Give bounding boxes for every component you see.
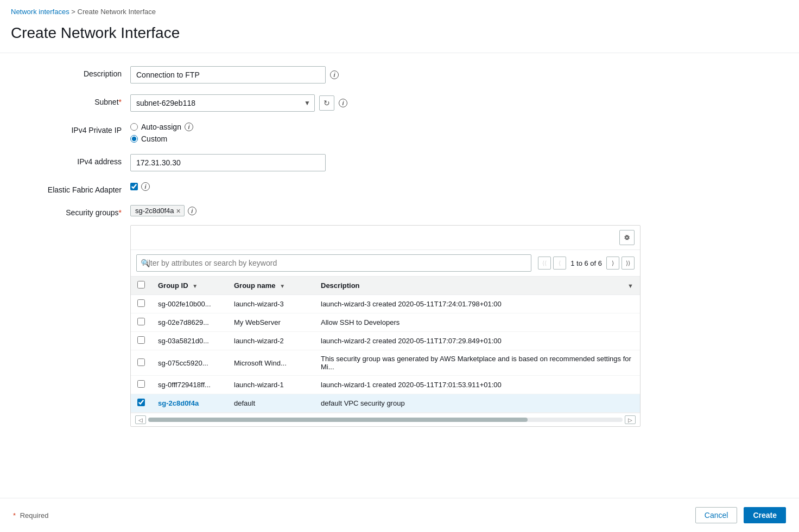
subnet-control-area: subnet-629eb118 ▼ ↻ i bbox=[130, 94, 467, 112]
ipv4-private-ip-row: IPv4 Private IP Auto-assign i Custom bbox=[22, 123, 467, 143]
select-all-header bbox=[131, 277, 151, 295]
ipv4-address-input[interactable] bbox=[130, 154, 326, 171]
efa-control-area: i bbox=[130, 182, 467, 191]
select-all-checkbox[interactable] bbox=[137, 281, 145, 289]
sg-scrollbar-row: ◁ ▷ bbox=[131, 413, 640, 426]
group-name-cell: My WebServer bbox=[227, 313, 314, 332]
auto-assign-radio-item[interactable]: Auto-assign i bbox=[130, 123, 193, 131]
description-row: Description i bbox=[22, 66, 467, 84]
breadcrumb-link[interactable]: Network interfaces bbox=[11, 8, 69, 16]
breadcrumb-current: Create Network Interface bbox=[78, 8, 156, 16]
custom-radio-item[interactable]: Custom bbox=[130, 134, 193, 143]
row-checkbox[interactable] bbox=[137, 380, 145, 388]
page-title: Create Network Interface bbox=[0, 19, 799, 53]
sg-search-row: 🔍 ⟨⟨ ⟨ 1 to 6 of 6 ⟩ ⟩⟩ bbox=[131, 250, 640, 277]
description-control-area: i bbox=[130, 66, 467, 84]
subnet-info-icon[interactable]: i bbox=[339, 99, 347, 107]
efa-checkbox-area: i bbox=[130, 182, 150, 191]
row-checkbox[interactable] bbox=[137, 318, 145, 325]
breadcrumb: Network interfaces > Create Network Inte… bbox=[0, 0, 799, 19]
table-row: sg-2c8d0f4adefaultdefault VPC security g… bbox=[131, 394, 640, 413]
row-checkbox-cell bbox=[131, 332, 151, 350]
description-input[interactable] bbox=[130, 66, 326, 84]
table-row: sg-002fe10b00...launch-wizard-3launch-wi… bbox=[131, 295, 640, 313]
group-name-column-header[interactable]: Group name ▼ bbox=[227, 277, 314, 295]
security-groups-info-icon[interactable]: i bbox=[188, 207, 196, 215]
sg-table: Group ID ▼ Group name ▼ Description ▼ bbox=[131, 277, 640, 413]
first-page-button[interactable]: ⟨⟨ bbox=[538, 257, 551, 270]
table-row: sg-075cc5920...Microsoft Wind...This sec… bbox=[131, 350, 640, 376]
row-checkbox-cell bbox=[131, 295, 151, 313]
row-checkbox[interactable] bbox=[137, 399, 145, 406]
breadcrumb-separator: > bbox=[71, 8, 77, 16]
ipv4-radio-group: Auto-assign i Custom bbox=[130, 123, 193, 143]
group-name-cell: launch-wizard-1 bbox=[227, 376, 314, 394]
group-name-cell: Microsoft Wind... bbox=[227, 350, 314, 376]
scrollbar-thumb bbox=[148, 418, 528, 422]
ipv4-private-ip-label: IPv4 Private IP bbox=[22, 123, 130, 134]
table-row: sg-03a5821d0...launch-wizard-2launch-wiz… bbox=[131, 332, 640, 350]
sg-panel-header bbox=[131, 226, 640, 250]
table-row: sg-0fff729418ff...launch-wizard-1launch-… bbox=[131, 376, 640, 394]
scroll-left-button[interactable]: ◁ bbox=[135, 415, 146, 424]
description-label: Description bbox=[22, 66, 130, 78]
description-column-header: Description ▼ bbox=[314, 277, 640, 295]
group-id-cell: sg-2c8d0f4a bbox=[151, 394, 227, 413]
last-page-button[interactable]: ⟩⟩ bbox=[622, 257, 635, 270]
efa-checkbox[interactable] bbox=[130, 183, 138, 190]
pagination-controls: ⟨⟨ ⟨ 1 to 6 of 6 ⟩ ⟩⟩ bbox=[538, 257, 635, 270]
description-cell: launch-wizard-3 created 2020-05-11T17:24… bbox=[314, 295, 640, 313]
group-id-cell: sg-02e7d8629... bbox=[151, 313, 227, 332]
pagination-count: 1 to 6 of 6 bbox=[568, 259, 604, 267]
subnet-row: Subnet* subnet-629eb118 ▼ ↻ i bbox=[22, 94, 467, 112]
remove-security-tag-button[interactable]: × bbox=[176, 207, 181, 215]
security-groups-control-area: sg-2c8d0f4a × i bbox=[130, 205, 641, 427]
auto-assign-info-icon[interactable]: i bbox=[185, 123, 193, 131]
row-checkbox[interactable] bbox=[137, 299, 145, 307]
ipv4-address-control-area bbox=[130, 154, 467, 171]
group-name-cell: launch-wizard-3 bbox=[227, 295, 314, 313]
settings-button[interactable] bbox=[619, 230, 635, 245]
group-id-column-header[interactable]: Group ID ▼ bbox=[151, 277, 227, 295]
description-cell: This security group was generated by AWS… bbox=[314, 350, 640, 376]
auto-assign-label: Auto-assign bbox=[141, 123, 181, 131]
group-id-sort-icon: ▼ bbox=[192, 283, 198, 289]
sg-table-header: Group ID ▼ Group name ▼ Description ▼ bbox=[131, 277, 640, 295]
security-tag-text: sg-2c8d0f4a bbox=[135, 207, 174, 215]
auto-assign-radio[interactable] bbox=[130, 123, 138, 131]
group-name-cell: default bbox=[227, 394, 314, 413]
form-container: Description i Subnet* subnet-629eb118 ▼ … bbox=[0, 66, 489, 427]
subnet-select[interactable]: subnet-629eb118 bbox=[130, 94, 315, 112]
sg-table-header-row: Group ID ▼ Group name ▼ Description ▼ bbox=[131, 277, 640, 295]
sg-search-wrapper: 🔍 bbox=[136, 254, 531, 272]
prev-page-button[interactable]: ⟨ bbox=[553, 257, 566, 270]
gear-icon bbox=[623, 234, 631, 241]
row-checkbox[interactable] bbox=[137, 336, 145, 344]
description-info-icon[interactable]: i bbox=[330, 70, 339, 79]
sg-search-input[interactable] bbox=[136, 254, 531, 272]
description-cell: default VPC security group bbox=[314, 394, 640, 413]
custom-label: Custom bbox=[141, 134, 167, 143]
sg-table-body: sg-002fe10b00...launch-wizard-3launch-wi… bbox=[131, 295, 640, 413]
group-id-cell: sg-03a5821d0... bbox=[151, 332, 227, 350]
ipv4-address-row: IPv4 address bbox=[22, 154, 467, 171]
security-tag: sg-2c8d0f4a × bbox=[130, 205, 185, 216]
custom-radio[interactable] bbox=[130, 135, 138, 143]
efa-label: Elastic Fabric Adapter bbox=[22, 182, 130, 194]
table-row: sg-02e7d8629...My WebServerAllow SSH to … bbox=[131, 313, 640, 332]
horizontal-scrollbar[interactable] bbox=[148, 418, 623, 422]
group-id-cell: sg-0fff729418ff... bbox=[151, 376, 227, 394]
description-filter-button[interactable]: ▼ bbox=[627, 283, 633, 289]
scroll-right-button[interactable]: ▷ bbox=[625, 415, 636, 424]
refresh-button[interactable]: ↻ bbox=[319, 95, 334, 111]
sg-panel: 🔍 ⟨⟨ ⟨ 1 to 6 of 6 ⟩ ⟩⟩ bbox=[130, 225, 641, 427]
next-page-button[interactable]: ⟩ bbox=[606, 257, 619, 270]
security-groups-tag-area: sg-2c8d0f4a × i bbox=[130, 205, 196, 216]
efa-row: Elastic Fabric Adapter i bbox=[22, 182, 467, 194]
search-icon: 🔍 bbox=[141, 259, 150, 267]
efa-info-icon[interactable]: i bbox=[141, 182, 150, 191]
row-checkbox[interactable] bbox=[137, 358, 145, 366]
security-groups-label: Security groups* bbox=[22, 205, 130, 217]
group-name-sort-icon: ▼ bbox=[280, 283, 285, 289]
row-checkbox-cell bbox=[131, 350, 151, 376]
